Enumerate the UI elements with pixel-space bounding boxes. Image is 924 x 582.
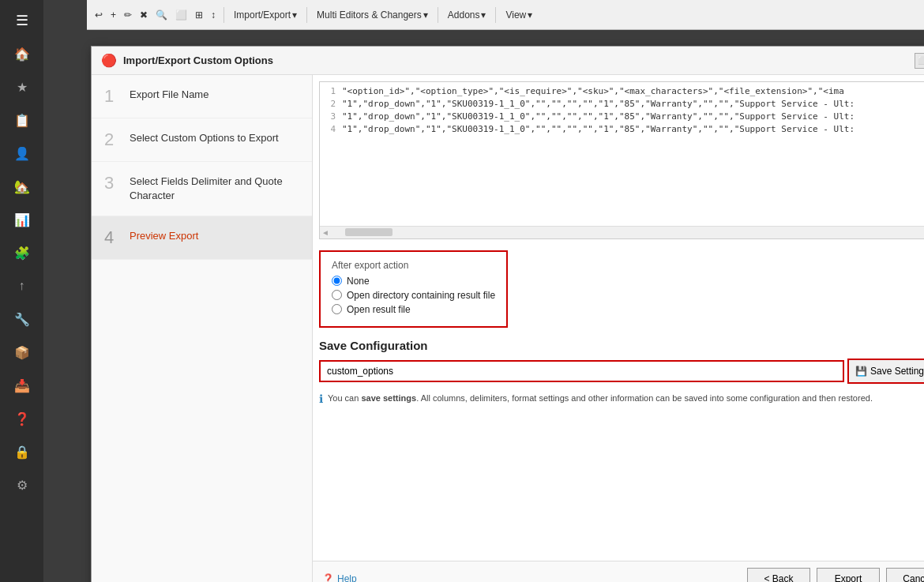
save-config-title: Save Configuration bbox=[319, 339, 924, 352]
info-text-content: You can save settings. All columns, deli… bbox=[328, 393, 873, 403]
wizard-sidebar: 1 Export File Name 2 Select Custom Optio… bbox=[92, 75, 313, 582]
sidebar-icon-clipboard[interactable]: 📋 bbox=[8, 106, 36, 134]
toolbar-multi-editors-label: Multi Editors & Changers bbox=[317, 9, 422, 21]
wizard-step-3[interactable]: 3 Select Fields Delimiter and Quote Char… bbox=[92, 162, 312, 216]
line-content-1: "<option_id>","<option_type>","<is_requi… bbox=[342, 86, 844, 97]
radio-open-file[interactable]: Open result file bbox=[332, 304, 495, 315]
sidebar-icon-box[interactable]: 📦 bbox=[8, 338, 36, 366]
radio-none-label: None bbox=[347, 276, 370, 287]
modal-maximize-button[interactable]: ⬜ bbox=[915, 53, 924, 69]
sidebar-icon-help[interactable]: ❓ bbox=[8, 404, 36, 433]
sidebar-icon-wrench[interactable]: 🔧 bbox=[8, 305, 36, 333]
sidebar-icon-menu[interactable]: ☰ bbox=[8, 6, 36, 35]
toolbar-edit[interactable]: ✏ bbox=[121, 8, 135, 22]
info-text-bold: save settings bbox=[361, 393, 416, 403]
code-line-2: 2 "1","drop_down","1","SKU00319-1_1_0","… bbox=[320, 98, 924, 111]
wizard-step-4-label: Preview Export bbox=[130, 229, 198, 243]
toolbar-delete[interactable]: ✖ bbox=[137, 8, 151, 22]
line-num-2: 2 bbox=[320, 99, 342, 110]
save-settings-btn-wrapper: 💾 Save Settings ▾ bbox=[847, 359, 924, 384]
toolbar-view-label: View bbox=[505, 9, 526, 21]
modal-title-controls: ⬜ ✕ bbox=[915, 53, 924, 69]
wizard-step-1[interactable]: 1 Export File Name bbox=[92, 75, 312, 118]
radio-none[interactable]: None bbox=[332, 276, 495, 287]
modal-main-content: 1 "<option_id>","<option_type>","<is_req… bbox=[313, 75, 924, 582]
sidebar-icon-upload[interactable]: ↑ bbox=[8, 272, 36, 300]
config-name-input[interactable] bbox=[319, 360, 844, 382]
toolbar-separator-2 bbox=[306, 7, 307, 23]
content-spacer bbox=[313, 405, 924, 561]
save-settings-button[interactable]: 💾 Save Settings bbox=[849, 360, 924, 382]
line-num-3: 3 bbox=[320, 111, 342, 122]
back-button[interactable]: < Back bbox=[747, 568, 810, 582]
toolbar-separator-3 bbox=[438, 7, 438, 23]
wizard-step-1-label: Export File Name bbox=[130, 88, 208, 102]
radio-open-dir-label: Open directory containing result file bbox=[347, 290, 495, 301]
modal-title-icon: 🔴 bbox=[101, 53, 117, 68]
radio-open-dir[interactable]: Open directory containing result file bbox=[332, 290, 495, 301]
help-icon: ❓ bbox=[322, 573, 334, 582]
modal-dialog: 🔴 Import/Export Custom Options ⬜ ✕ 1 Ex bbox=[91, 46, 924, 582]
export-button[interactable]: Export bbox=[817, 568, 880, 582]
line-content-3: "1","drop_down","1","SKU00319-1_1_0","",… bbox=[342, 111, 855, 122]
sidebar-icon-user[interactable]: 👤 bbox=[8, 139, 36, 167]
sidebar-icon-puzzle[interactable]: 🧩 bbox=[8, 238, 36, 267]
after-export-section: After export action None Open directory … bbox=[319, 250, 924, 328]
wizard-step-4[interactable]: 4 Preview Export bbox=[92, 216, 312, 260]
wizard-step-3-number: 3 bbox=[104, 175, 120, 192]
radio-open-dir-input[interactable] bbox=[332, 290, 342, 300]
help-link[interactable]: ❓ Help bbox=[322, 573, 357, 582]
toolbar-separator-1 bbox=[223, 7, 224, 23]
save-settings-label: Save Settings bbox=[870, 366, 924, 377]
save-config-title-normal: Save bbox=[319, 339, 350, 352]
modal-title-left: 🔴 Import/Export Custom Options bbox=[101, 53, 273, 68]
wizard-step-2[interactable]: 2 Select Custom Options to Export bbox=[92, 118, 312, 162]
wizard-step-3-label: Select Fields Delimiter and Quote Charac… bbox=[130, 175, 299, 203]
h-scroll-left-arrow: ◄ bbox=[321, 228, 329, 237]
modal-footer: ❓ Help < Back Export Cancel bbox=[313, 561, 924, 582]
save-icon: 💾 bbox=[855, 366, 867, 377]
save-config-section: Save Configuration 💾 Save Settings ▾ bbox=[319, 339, 924, 384]
toolbar-view[interactable]: View ▾ bbox=[501, 8, 537, 22]
wizard-step-4-number: 4 bbox=[104, 229, 120, 246]
sidebar-icon-settings[interactable]: ⚙ bbox=[8, 471, 36, 499]
toolbar-add[interactable]: + bbox=[107, 8, 119, 22]
preview-scrollbar-h[interactable]: ◄ ► bbox=[320, 226, 924, 238]
code-line-1: 1 "<option_id>","<option_type>","<is_req… bbox=[320, 85, 924, 98]
toolbar-separator-4 bbox=[495, 7, 496, 23]
radio-open-file-input[interactable] bbox=[332, 304, 342, 314]
sidebar-icon-home[interactable]: 🏠 bbox=[8, 39, 36, 68]
h-scroll-thumb[interactable] bbox=[345, 228, 393, 236]
sidebar-icon-house[interactable]: 🏡 bbox=[8, 172, 36, 201]
info-text-area: ℹ You can save settings. All columns, de… bbox=[319, 393, 924, 405]
modal-title-bar: 🔴 Import/Export Custom Options ⬜ ✕ bbox=[92, 47, 924, 75]
toolbar-import-export[interactable]: Import/Export ▾ bbox=[229, 8, 302, 22]
preview-area: 1 "<option_id>","<option_type>","<is_req… bbox=[319, 81, 924, 239]
save-config-title-bold: Configuration bbox=[350, 339, 427, 352]
line-num-1: 1 bbox=[320, 86, 342, 97]
toolbar-arrow[interactable]: ↕ bbox=[208, 8, 219, 22]
sidebar-icon-lock[interactable]: 🔒 bbox=[8, 437, 36, 466]
wizard-step-2-label: Select Custom Options to Export bbox=[130, 131, 279, 145]
cancel-button[interactable]: Cancel bbox=[886, 568, 924, 582]
config-row: 💾 Save Settings ▾ bbox=[319, 359, 924, 384]
toolbar-multi-editors[interactable]: Multi Editors & Changers ▾ bbox=[312, 8, 433, 22]
sidebar-icon-import[interactable]: 📥 bbox=[8, 371, 36, 400]
toolbar-search[interactable]: 🔍 bbox=[152, 8, 171, 22]
toolbar-addons[interactable]: Addons ▾ bbox=[443, 8, 491, 22]
wizard-step-1-number: 1 bbox=[104, 88, 120, 105]
toolbar-grid[interactable]: ⊞ bbox=[192, 8, 206, 22]
toolbar-import-export-label: Import/Export bbox=[234, 9, 291, 21]
toolbar-addons-label: Addons bbox=[448, 9, 480, 21]
line-content-4: "1","drop_down","1","SKU00319-1_1_0","",… bbox=[342, 124, 855, 135]
radio-none-input[interactable] bbox=[332, 276, 342, 286]
radio-open-file-label: Open result file bbox=[347, 304, 411, 315]
sidebar-icon-star[interactable]: ★ bbox=[8, 73, 36, 101]
toolbar-undo[interactable]: ↩ bbox=[92, 8, 106, 22]
modal-title-text: Import/Export Custom Options bbox=[123, 54, 273, 66]
code-line-3: 3 "1","drop_down","1","SKU00319-1_1_0","… bbox=[320, 111, 924, 123]
toolbar-addons-arrow: ▾ bbox=[481, 9, 486, 21]
toolbar-copy[interactable]: ⬜ bbox=[172, 8, 190, 22]
sidebar-icon-chart[interactable]: 📊 bbox=[8, 205, 36, 234]
preview-code[interactable]: 1 "<option_id>","<option_type>","<is_req… bbox=[320, 82, 924, 238]
